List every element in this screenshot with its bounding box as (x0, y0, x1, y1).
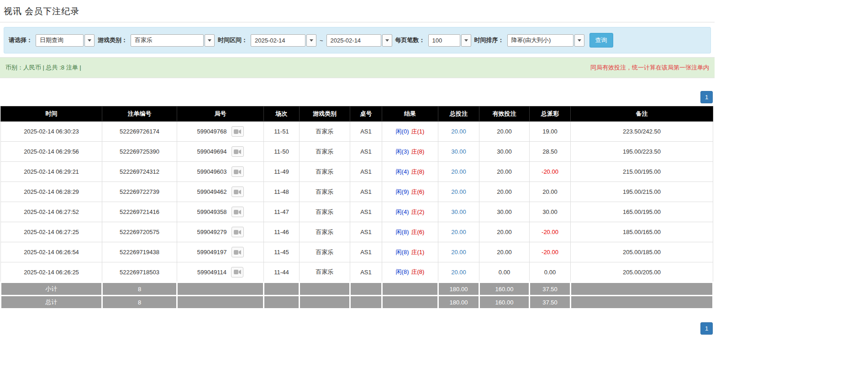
column-header-table-no: 桌号 (350, 107, 382, 122)
page-container: 视讯 会员下注纪录 请选择： 日期查询 游戏类别： 百家乐 时间区间： 2025… (0, 0, 715, 336)
total-bet-link[interactable]: 20.00 (451, 269, 466, 276)
per-page-label: 每页笔数： (395, 36, 425, 44)
player-result: 闲(8) (396, 229, 409, 235)
video-camera-icon[interactable] (231, 267, 243, 277)
total-bet-link[interactable]: 30.00 (451, 208, 466, 215)
caret-icon (310, 39, 313, 42)
valid-bet-cell: 0.00 (479, 262, 530, 283)
session-cell: 11-48 (264, 182, 300, 202)
summary-bar: 币别：人民币 | 总共 :8 注单 | 同局有效投注，统一计算在该局第一张注单内 (0, 57, 715, 78)
video-camera-icon[interactable] (231, 187, 244, 197)
payout-cell: -20.00 (530, 222, 571, 242)
chevron-down-icon[interactable] (461, 34, 471, 47)
payout-cell: -20.00 (530, 242, 571, 262)
total-valid-bet: 160.00 (479, 296, 530, 309)
bet-id-cell: 522269724312 (102, 162, 177, 182)
total-bet-link[interactable]: 20.00 (451, 168, 466, 175)
video-camera-icon[interactable] (231, 227, 244, 237)
video-camera-icon[interactable] (231, 166, 244, 177)
total-bet-link[interactable]: 20.00 (451, 128, 466, 135)
table-no-cell: AS1 (350, 142, 382, 162)
subtotal-label: 小计 (1, 283, 102, 296)
date-start-dropdown[interactable]: 2025-02-14 (251, 34, 316, 47)
round-cell: 599049694 (177, 142, 264, 162)
video-camera-icon[interactable] (231, 247, 244, 257)
query-button[interactable]: 查询 (589, 33, 613, 48)
game-cell: 百家乐 (300, 222, 350, 242)
table-row: 2025-02-14 06:26:25 522269718503 5990491… (1, 262, 713, 283)
total-bet-link[interactable]: 20.00 (451, 188, 466, 195)
total-bet-link[interactable]: 30.00 (451, 148, 466, 155)
select-type-dropdown[interactable]: 日期查询 (36, 34, 95, 47)
subtotal-empty-cell (264, 283, 300, 296)
time-cell: 2025-02-14 06:28:29 (1, 182, 102, 202)
session-cell: 11-47 (264, 202, 300, 222)
round-cell: 599049197 (177, 242, 264, 262)
banker-result: 庄(1) (411, 249, 425, 256)
notice-text: 同局有效投注，统一计算在该局第一张注单内 (590, 64, 709, 72)
table-no-cell: AS1 (350, 202, 382, 222)
chevron-down-icon[interactable] (574, 34, 584, 47)
video-camera-icon[interactable] (231, 146, 244, 157)
banker-result: 庄(1) (411, 128, 425, 135)
time-sort-label: 时间排序： (474, 36, 504, 44)
round-cell: 599049358 (177, 202, 264, 222)
payout-cell: -20.00 (530, 162, 571, 182)
page-header: 视讯 会员下注纪录 (0, 0, 715, 22)
page-1-button[interactable]: 1 (700, 91, 713, 103)
subtotal-count: 8 (102, 283, 177, 296)
column-header-remark: 备注 (571, 107, 713, 122)
payout-cell: 19.00 (530, 122, 571, 142)
round-number: 599049462 (197, 188, 226, 195)
game-cell: 百家乐 (300, 182, 350, 202)
total-empty-cell (177, 296, 264, 309)
subtotal-row: 小计 8 180.00 160.00 37.50 (1, 283, 713, 296)
total-bet-link[interactable]: 20.00 (451, 249, 466, 256)
table-row: 2025-02-14 06:28:29 522269722739 5990494… (1, 182, 713, 202)
round-number: 599049358 (197, 208, 226, 215)
pagination-bottom: 1 (0, 320, 715, 336)
chevron-down-icon[interactable] (205, 34, 215, 47)
video-camera-icon[interactable] (231, 126, 244, 137)
round-number: 599049114 (197, 269, 226, 276)
caret-icon (208, 39, 211, 42)
result-cell: 闲(4)庄(8) (382, 162, 438, 182)
banker-result: 庄(6) (411, 229, 425, 235)
game-type-dropdown[interactable]: 百家乐 (131, 34, 215, 47)
page-1-button[interactable]: 1 (700, 322, 713, 335)
time-cell: 2025-02-14 06:29:56 (1, 142, 102, 162)
table-row: 2025-02-14 06:26:54 522269719438 5990491… (1, 242, 713, 262)
chevron-down-icon[interactable] (306, 34, 316, 47)
total-bet-link[interactable]: 20.00 (451, 229, 466, 235)
total-bet-cell: 20.00 (438, 182, 479, 202)
subtotal-payout: 37.50 (530, 283, 571, 296)
time-sort-dropdown[interactable]: 降幂(由大到小) (507, 34, 584, 47)
bet-id-cell: 522269720575 (102, 222, 177, 242)
total-bet-cell: 30.00 (438, 202, 479, 222)
result-cell: 闲(3)庄(8) (382, 142, 438, 162)
bet-id-cell: 522269726174 (102, 122, 177, 142)
round-cell: 599049279 (177, 222, 264, 242)
column-header-bet-id: 注单编号 (102, 107, 177, 122)
game-cell: 百家乐 (300, 202, 350, 222)
game-cell: 百家乐 (300, 242, 350, 262)
time-sort-value: 降幂(由大到小) (507, 34, 573, 47)
chevron-down-icon[interactable] (84, 34, 95, 47)
currency-summary-text: 币别：人民币 | 总共 :8 注单 | (5, 64, 81, 72)
result-cell: 闲(8)庄(8) (382, 262, 438, 283)
caret-icon (385, 39, 389, 42)
total-empty-cell (382, 296, 438, 309)
per-page-dropdown[interactable]: 100 (428, 34, 471, 47)
range-separator: ~ (320, 37, 323, 44)
date-end-dropdown[interactable]: 2025-02-14 (326, 34, 392, 47)
player-result: 闲(4) (396, 208, 409, 215)
subtotal-empty-cell (382, 283, 438, 296)
table-no-cell: AS1 (350, 182, 382, 202)
remark-cell: 185.00/165.00 (571, 222, 713, 242)
round-cell: 599049768 (177, 122, 264, 142)
select-type-value: 日期查询 (36, 34, 84, 47)
video-camera-icon[interactable] (231, 207, 244, 217)
banker-result: 庄(2) (411, 208, 425, 215)
chevron-down-icon[interactable] (382, 34, 392, 47)
result-cell: 闲(9)庄(6) (382, 182, 438, 202)
